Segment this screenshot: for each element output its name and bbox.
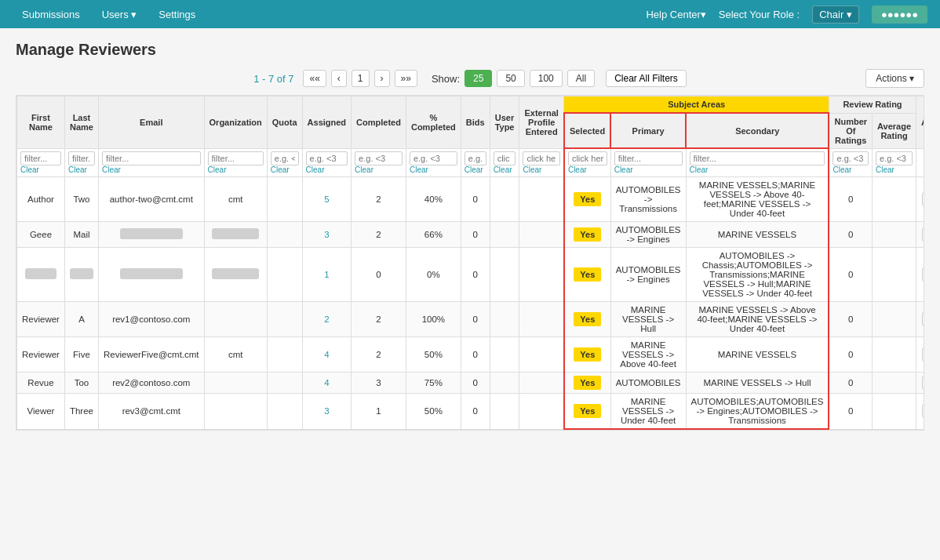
more-button[interactable]: More [922,347,924,362]
clear-external[interactable]: Clear [523,165,559,174]
table-header-group-row: First Name Last Name Email Organization … [17,96,925,114]
nav-submissions[interactable]: Submissions [13,2,89,27]
filter-pct-completed[interactable] [410,151,457,165]
actions-button[interactable]: Actions ▾ [865,69,924,88]
clear-pct[interactable]: Clear [410,165,457,174]
clear-completed[interactable]: Clear [355,165,403,174]
table-row: GeeeMail3266%0YesAUTOMOBILES -> EnginesM… [17,222,925,248]
clear-secondary[interactable]: Clear [690,165,825,174]
filter-organization[interactable] [208,151,264,165]
th-review-rating-group: Review Rating [829,96,916,114]
nav-users[interactable]: Users ▾ [93,2,147,27]
selected-badge: Yes [574,227,601,242]
th-avg-rating: Average Rating [873,113,916,148]
filter-first-name-cell: Clear [17,148,65,177]
filter-last-name-cell: Clear [64,148,98,177]
table-row: ViewerThreerev3@cmt.cmt3150%0YesMARINE V… [17,394,925,430]
clear-num-ratings[interactable]: Clear [833,165,869,174]
filter-assigned[interactable] [306,151,348,165]
pagination-current[interactable]: 1 [352,70,370,87]
filter-bids-cell: Clear [461,148,490,177]
table-row: 100%0YesAUTOMOBILES -> EnginesAUTOMOBILE… [17,248,925,302]
selected-badge: Yes [574,376,601,390]
link-value[interactable]: 4 [324,350,329,359]
clear-first-name[interactable]: Clear [20,165,61,174]
more-button[interactable]: More [922,312,924,326]
clear-selected[interactable]: Clear [568,165,607,174]
filter-email-cell: Clear [98,148,204,177]
pagination-info: 1 - 7 of 7 [253,73,293,85]
link-value[interactable]: 3 [324,406,329,416]
link-value[interactable]: 1 [324,270,329,279]
filter-last-name[interactable] [68,151,95,165]
selected-badge: Yes [574,267,601,282]
th-bids: Bids [461,96,490,149]
filter-bids[interactable] [465,151,486,165]
filter-num-ratings[interactable] [833,151,869,165]
role-button[interactable]: Chair ▾ [812,5,859,24]
table-filter-row: Clear Clear Clear Clear [17,148,925,177]
clear-filters-button[interactable]: Clear All Filters [606,70,687,87]
more-button[interactable]: More [922,227,924,242]
filter-primary[interactable] [614,151,683,165]
filter-avg-rating[interactable] [876,151,913,165]
more-button[interactable]: More [922,267,924,282]
reviewers-table-wrapper: First Name Last Name Email Organization … [16,95,924,431]
th-last-name: Last Name [64,96,98,149]
clear-organization[interactable]: Clear [208,165,264,174]
clear-primary[interactable]: Clear [614,165,683,174]
clear-assigned[interactable]: Clear [306,165,348,174]
clear-email[interactable]: Clear [102,165,201,174]
filter-selected-cell: Clear [564,148,610,177]
filter-email[interactable] [102,151,201,165]
filter-quota[interactable] [271,151,299,165]
clear-bids[interactable]: Clear [465,165,486,174]
clear-last-name[interactable]: Clear [68,165,95,174]
link-value[interactable]: 4 [324,378,329,387]
table-row: AuthorTwoauthor-two@cmt.cmtcmt5240%0YesA… [17,177,925,222]
reviewers-table: First Name Last Name Email Organization … [16,96,924,430]
nav-settings[interactable]: Settings [149,2,205,27]
pagination-next[interactable]: › [374,70,390,87]
filter-external-cell: Clear [519,148,564,177]
pagination-prev[interactable]: ‹ [331,70,347,87]
clear-quota[interactable]: Clear [271,165,299,174]
user-menu-button[interactable]: ●●●●●● [872,5,927,24]
filter-secondary[interactable] [690,151,825,165]
pagination-first[interactable]: «« [303,70,326,87]
page-content: Manage Reviewers 1 - 7 of 7 «« ‹ 1 › »» … [0,28,940,443]
filter-user-type[interactable] [494,151,516,165]
table-row: ReviewerFiveReviewerFive@cmt.cmtcmt4250%… [17,337,925,373]
show-all-button[interactable]: All [567,70,595,87]
th-actions: Actions [916,96,924,149]
selected-badge: Yes [574,404,601,418]
link-value[interactable]: 5 [324,195,329,204]
show-100-button[interactable]: 100 [530,70,563,87]
more-button[interactable]: More [922,404,924,418]
filter-first-name[interactable] [20,151,61,165]
filter-pct-cell: Clear [406,148,461,177]
clear-avg-rating[interactable]: Clear [876,165,913,174]
filter-actions-cell [916,148,924,177]
th-email: Email [98,96,204,149]
pagination-last[interactable]: »» [395,70,417,87]
show-25-button[interactable]: 25 [465,70,492,87]
th-external-profile: External Profile Entered [519,96,564,149]
link-value[interactable]: 2 [324,315,329,324]
filter-completed[interactable] [355,151,403,165]
th-first-name: First Name [17,96,65,149]
filter-external-profile[interactable] [523,151,559,165]
help-center-link[interactable]: Help Center▾ [646,9,705,20]
nav-left: Submissions Users ▾ Settings [13,2,646,27]
more-button[interactable]: More [922,192,924,206]
table-body: AuthorTwoauthor-two@cmt.cmtcmt5240%0YesA… [17,177,925,430]
th-subject-areas-group: Subject Areas [564,96,829,114]
th-primary: Primary [610,113,686,148]
more-button[interactable]: More [922,376,924,390]
clear-user-type[interactable]: Clear [494,165,516,174]
filter-secondary-cell: Clear [686,148,829,177]
link-value[interactable]: 3 [324,230,329,239]
filter-assigned-cell: Clear [302,148,352,177]
show-50-button[interactable]: 50 [497,70,524,87]
filter-selected[interactable] [568,151,607,165]
